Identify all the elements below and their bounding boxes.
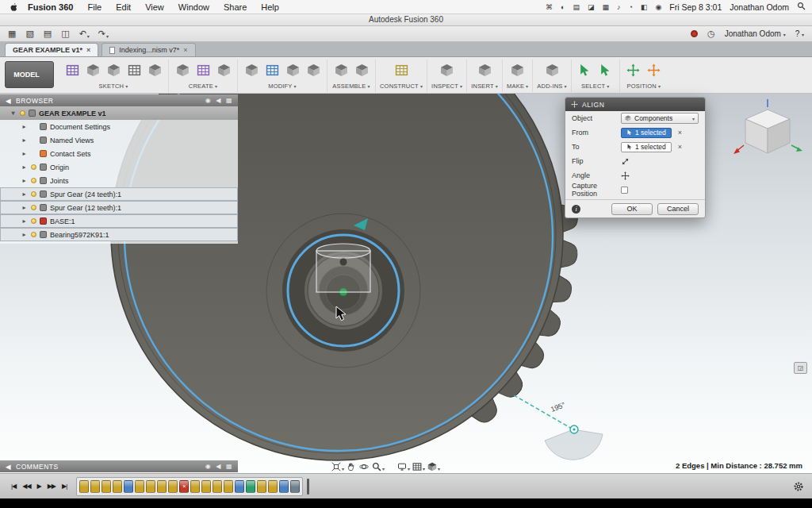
menu-item[interactable]: Share [216, 2, 254, 12]
browser-root-item[interactable]: ▾ GEAR EXAMPLE v1 [0, 106, 238, 120]
ribbon-tool-icon[interactable] [645, 61, 664, 80]
collapse-arrow-icon[interactable]: ◀ [6, 463, 11, 471]
panel-dock-icon[interactable]: ▦ [226, 463, 232, 470]
record-button[interactable] [691, 30, 698, 37]
timeline-feature-icon[interactable] [124, 480, 133, 493]
info-icon[interactable]: i [572, 205, 580, 214]
document-tab[interactable]: GEAR EXAMPLE v1* × [5, 43, 98, 56]
from-clear-icon[interactable]: × [678, 129, 682, 137]
timeline-feature-icon[interactable] [224, 480, 233, 493]
toolbar-icon[interactable]: ◫ [61, 29, 70, 39]
toolbar-icon[interactable]: ↶▾ [79, 29, 90, 39]
nav-tool-icon[interactable]: ▾ [397, 462, 410, 471]
status-icon[interactable]: ▦ [603, 3, 610, 11]
expand-arrow-icon[interactable]: ▸ [21, 204, 28, 211]
angle-icon[interactable] [621, 171, 630, 180]
visibility-bulb-icon[interactable] [31, 164, 36, 170]
help-menu[interactable]: ? ▾ [795, 29, 804, 38]
from-selection-button[interactable]: 1 selected [621, 128, 672, 138]
ribbon-tool-icon[interactable] [331, 61, 350, 80]
ok-button[interactable]: OK [611, 203, 653, 215]
status-icon[interactable]: ▤ [573, 3, 580, 11]
timeline-settings-gear-icon[interactable] [793, 481, 804, 492]
visibility-bulb-icon[interactable] [31, 218, 36, 224]
menubar-clock[interactable]: Fri Sep 8 3:01 [669, 2, 722, 12]
ribbon-tool-icon[interactable] [242, 61, 261, 80]
menu-item[interactable]: Window [171, 2, 216, 12]
spotlight-search-icon[interactable] [797, 2, 806, 12]
ribbon-group-label[interactable]: INSPECT▾ [431, 83, 462, 90]
ribbon-tool-icon[interactable] [304, 61, 323, 80]
ribbon-group-label[interactable]: ASSEMBLE▾ [332, 83, 370, 90]
visibility-bulb-icon[interactable] [20, 110, 25, 116]
ribbon-group-label[interactable]: ADD-INS▾ [537, 83, 566, 90]
panel-collapse-icon[interactable]: ◀ [216, 463, 221, 470]
timeline-feature-icon[interactable] [146, 480, 155, 493]
visibility-bulb-icon[interactable] [31, 205, 36, 210]
nav-tool-icon[interactable]: ▾ [427, 462, 440, 471]
status-icon[interactable]: ⌘ [546, 3, 553, 11]
panel-dot-icon[interactable]: ◉ [205, 463, 211, 470]
nav-tool-icon[interactable] [359, 462, 370, 471]
ribbon-group-label[interactable]: INSERT▾ [471, 83, 498, 90]
browser-tree-item[interactable]: ▸ Bearing5972K91:1 [0, 228, 238, 241]
menubar-user[interactable]: Jonathan Odom [730, 2, 789, 12]
browser-tree-item[interactable]: ▸ Joints [0, 174, 238, 187]
app-menu[interactable]: Fusion 360 [21, 2, 80, 12]
ribbon-tool-icon[interactable] [63, 61, 82, 80]
expand-arrow-icon[interactable]: ▸ [21, 231, 28, 238]
status-icon[interactable]: ◉ [655, 3, 661, 11]
expand-arrow-icon[interactable]: ▸ [21, 190, 28, 198]
nav-tool-icon[interactable]: ▾ [372, 462, 385, 471]
ribbon-tool-icon[interactable] [352, 61, 371, 80]
timeline-feature-icon[interactable] [79, 480, 89, 493]
ribbon-group-label[interactable]: MODIFY▾ [268, 83, 297, 90]
browser-tree-item[interactable]: ▸ Spur Gear (12 teeth):1 [0, 201, 238, 214]
timeline-feature-icon[interactable] [113, 480, 122, 493]
expand-arrow-icon[interactable]: ▸ [21, 123, 28, 130]
ribbon-tool-icon[interactable] [262, 61, 282, 80]
ribbon-tool-icon[interactable] [438, 61, 457, 80]
history-clock-icon[interactable]: ◷ [707, 29, 715, 39]
nav-tool-icon[interactable] [347, 462, 357, 471]
ribbon-group-label[interactable]: SKETCH▾ [99, 83, 128, 90]
to-clear-icon[interactable]: × [678, 143, 682, 151]
object-dropdown[interactable]: Components ▾ [621, 113, 699, 124]
capture-position-checkbox[interactable] [621, 187, 628, 194]
timeline-feature-icon[interactable] [235, 480, 244, 493]
menu-item[interactable]: File [80, 2, 109, 12]
apple-menu-icon[interactable] [10, 2, 17, 12]
timeline-feature-icon[interactable] [257, 480, 266, 493]
ribbon-group-label[interactable]: CREATE▾ [189, 83, 217, 90]
timeline-feature-icon[interactable] [279, 480, 289, 493]
ribbon-tool-icon[interactable] [576, 61, 595, 80]
timeline-feature-icon[interactable] [190, 480, 200, 493]
panel-collapse-icon[interactable]: ◀ [216, 97, 221, 104]
ribbon-tool-icon[interactable] [596, 61, 615, 80]
timeline-feature-icon[interactable] [290, 480, 300, 493]
comments-header[interactable]: ◀ COMMENTS ◉ ◀ ▦ [0, 460, 238, 472]
expand-arrow-icon[interactable]: ▸ [21, 150, 28, 157]
ribbon-tool-icon[interactable] [624, 61, 643, 80]
browser-tree-item[interactable]: ▸ Named Views [0, 133, 238, 147]
ribbon-tool-icon[interactable] [145, 61, 164, 80]
ribbon-tool-icon[interactable] [392, 61, 411, 80]
ribbon-tool-icon[interactable] [283, 61, 302, 80]
window-titlebar[interactable]: Autodesk Fusion 360 [0, 14, 812, 26]
timeline-playback-button[interactable]: ▶▶ [44, 483, 59, 490]
browser-tree-item[interactable]: ▸ Contact Sets [0, 147, 238, 160]
toolbar-icon[interactable]: ▧ [25, 29, 34, 39]
ribbon-tool-icon[interactable] [104, 61, 123, 80]
ribbon-tool-icon[interactable] [542, 61, 561, 80]
timeline-feature-icon[interactable]: × [179, 480, 189, 493]
timeline-playback-button[interactable]: |◀ [8, 483, 19, 490]
tab-close-icon[interactable]: × [86, 46, 90, 54]
to-selection-button[interactable]: 1 selected [621, 142, 672, 152]
status-icon[interactable]: ◐ [561, 3, 565, 11]
browser-tree-item[interactable]: ▸ Document Settings [0, 120, 238, 133]
ribbon-group-label[interactable]: POSITION▾ [626, 83, 661, 90]
nav-tool-icon[interactable]: ▾ [331, 462, 344, 471]
visibility-bulb-icon[interactable] [31, 191, 36, 197]
viewport-canvas[interactable]: 195° ◀ BROWSER ◉ ◀ ▦ ▾ GEAR [0, 94, 812, 473]
ribbon-tool-icon[interactable] [508, 61, 527, 80]
